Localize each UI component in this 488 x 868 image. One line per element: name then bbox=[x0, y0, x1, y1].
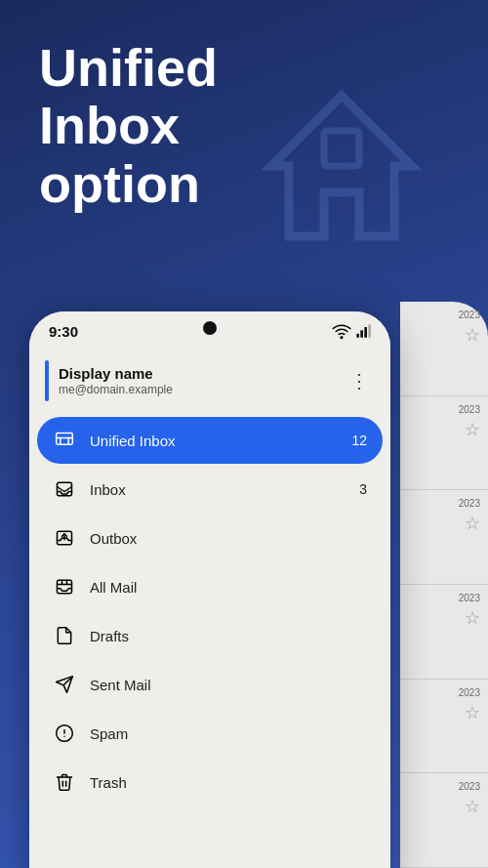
nav-item-trash[interactable]: Trash bbox=[37, 759, 383, 806]
strip-date-1: 2023 bbox=[459, 310, 480, 320]
headline-line2: Inbox bbox=[39, 97, 218, 154]
headline-text: Unified Inbox option bbox=[39, 39, 218, 213]
strip-star-5: ☆ bbox=[465, 702, 480, 723]
nav-item-sent-mail[interactable]: Sent Mail bbox=[37, 661, 383, 708]
nav-list: Unified Inbox 12 Inbox 3 bbox=[29, 411, 390, 811]
strip-item-1: 2023 ☆ bbox=[400, 302, 488, 396]
outbox-label: Outbox bbox=[90, 530, 353, 547]
account-header: Display name me@domain.example ⋮ bbox=[29, 347, 390, 411]
trash-icon bbox=[53, 770, 76, 794]
svg-rect-0 bbox=[324, 131, 359, 166]
sent-mail-label: Sent Mail bbox=[90, 677, 353, 693]
account-email: me@domain.example bbox=[59, 383, 173, 396]
sent-mail-icon bbox=[53, 673, 76, 696]
strip-star-6: ☆ bbox=[465, 796, 480, 817]
nav-item-drafts[interactable]: Drafts bbox=[37, 612, 383, 659]
svg-point-1 bbox=[341, 337, 343, 339]
nav-item-inbox[interactable]: Inbox 3 bbox=[37, 466, 383, 513]
headline-line1: Unified bbox=[39, 39, 218, 97]
account-left: Display name me@domain.example bbox=[45, 360, 173, 401]
svg-rect-2 bbox=[356, 334, 359, 338]
status-bar: 9:30 bbox=[29, 311, 390, 347]
wifi-icon bbox=[332, 321, 351, 341]
strip-item-3: 2023 ☆ bbox=[400, 490, 488, 585]
svg-rect-5 bbox=[368, 324, 371, 337]
all-mail-icon bbox=[53, 575, 76, 599]
status-icons bbox=[332, 321, 371, 341]
home-watermark-icon bbox=[254, 78, 429, 254]
strip-date-4: 2023 bbox=[459, 593, 480, 603]
email-strip: 2023 ☆ 2023 ☆ 2023 ☆ 2023 ☆ 2023 ☆ 2023 … bbox=[400, 302, 488, 868]
strip-date-6: 2023 bbox=[459, 781, 480, 792]
camera-notch bbox=[203, 321, 217, 335]
strip-star-3: ☆ bbox=[465, 513, 480, 534]
svg-rect-6 bbox=[57, 434, 73, 445]
svg-rect-4 bbox=[364, 327, 367, 338]
inbox-label: Inbox bbox=[90, 481, 346, 498]
strip-date-5: 2023 bbox=[459, 687, 480, 698]
nav-item-outbox[interactable]: Outbox bbox=[37, 515, 383, 561]
trash-label: Trash bbox=[90, 774, 353, 791]
strip-star-1: ☆ bbox=[465, 324, 480, 346]
unified-inbox-badge: 12 bbox=[351, 433, 367, 448]
phone-mockup: 9:30 Display name me@domai bbox=[29, 311, 390, 868]
strip-item-2: 2023 ☆ bbox=[400, 396, 488, 491]
strip-star-2: ☆ bbox=[465, 419, 480, 440]
status-time: 9:30 bbox=[49, 323, 78, 340]
drafts-icon bbox=[53, 624, 76, 647]
signal-icon bbox=[355, 323, 371, 339]
more-options-button[interactable]: ⋮ bbox=[344, 365, 375, 396]
drafts-label: Drafts bbox=[90, 628, 353, 644]
unified-inbox-label: Unified Inbox bbox=[90, 433, 338, 449]
nav-item-all-mail[interactable]: All Mail bbox=[37, 563, 383, 610]
nav-item-unified-inbox[interactable]: Unified Inbox 12 bbox=[37, 417, 383, 464]
account-bar-indicator bbox=[45, 360, 49, 401]
headline-line3: option bbox=[39, 155, 218, 213]
strip-item-4: 2023 ☆ bbox=[400, 585, 488, 680]
unified-inbox-icon bbox=[53, 429, 76, 452]
svg-rect-3 bbox=[360, 330, 363, 337]
strip-date-3: 2023 bbox=[459, 498, 480, 509]
strip-date-2: 2023 bbox=[459, 404, 480, 415]
strip-star-4: ☆ bbox=[465, 607, 480, 629]
strip-item-5: 2023 ☆ bbox=[400, 680, 488, 774]
spam-label: Spam bbox=[90, 725, 353, 742]
outbox-icon bbox=[53, 526, 76, 550]
spam-icon bbox=[53, 722, 76, 745]
account-display-name: Display name bbox=[59, 365, 173, 382]
all-mail-label: All Mail bbox=[90, 579, 353, 596]
nav-item-spam[interactable]: Spam bbox=[37, 710, 383, 757]
inbox-icon bbox=[53, 477, 76, 501]
account-info: Display name me@domain.example bbox=[59, 365, 173, 396]
inbox-badge: 3 bbox=[359, 481, 367, 497]
strip-item-6: 2023 ☆ bbox=[400, 773, 488, 868]
